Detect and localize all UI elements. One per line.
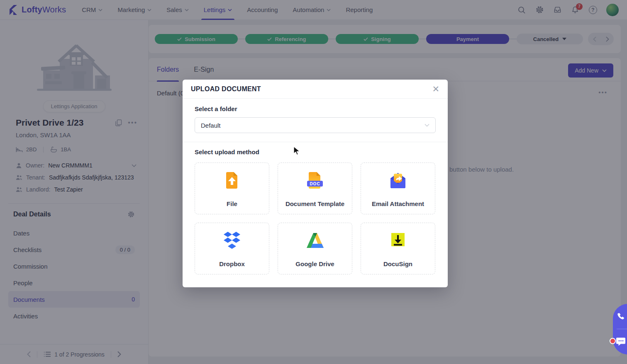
docusign-icon bbox=[388, 231, 407, 250]
folder-select-value: Default bbox=[201, 122, 425, 129]
app-window: LoftyWorks CRM Marketing Sales Lettings … bbox=[0, 0, 627, 364]
file-upload-icon bbox=[222, 171, 242, 190]
doc-template-icon: DOC bbox=[305, 171, 324, 190]
close-icon[interactable]: ✕ bbox=[432, 85, 439, 93]
divider bbox=[183, 142, 448, 142]
phone-call-icon[interactable] bbox=[615, 311, 626, 322]
upload-method-label: Select upload method bbox=[195, 148, 436, 155]
upload-method-grid: File DOC Document Template bbox=[195, 163, 436, 274]
svg-text:DOC: DOC bbox=[310, 182, 320, 186]
divider bbox=[617, 329, 627, 329]
dropbox-icon bbox=[222, 231, 242, 249]
upload-method-dropbox[interactable]: Dropbox bbox=[195, 223, 269, 274]
upload-method-document-template[interactable]: DOC Document Template bbox=[278, 163, 352, 214]
upload-method-email-attachment[interactable]: Email Attachment bbox=[361, 163, 435, 214]
email-attachment-icon bbox=[388, 171, 407, 190]
upload-method-docusign[interactable]: DocuSign bbox=[361, 223, 435, 274]
upload-document-modal: UPLOAD DOCUMENT ✕ Select a folder Defaul… bbox=[183, 80, 448, 287]
support-widget bbox=[613, 304, 627, 354]
modal-body: Select a folder Default Select upload me… bbox=[183, 99, 448, 274]
modal-header: UPLOAD DOCUMENT ✕ bbox=[183, 80, 448, 99]
select-folder-label: Select a folder bbox=[195, 105, 436, 112]
modal-title: UPLOAD DOCUMENT bbox=[191, 85, 261, 93]
folder-select[interactable]: Default bbox=[195, 117, 436, 133]
chevron-down-icon bbox=[425, 124, 429, 127]
upload-method-google-drive[interactable]: Google Drive bbox=[278, 223, 352, 274]
chat-bubble-icon[interactable] bbox=[615, 336, 626, 347]
upload-method-file[interactable]: File bbox=[195, 163, 269, 214]
google-drive-icon bbox=[305, 231, 324, 250]
recording-dot bbox=[610, 338, 616, 344]
